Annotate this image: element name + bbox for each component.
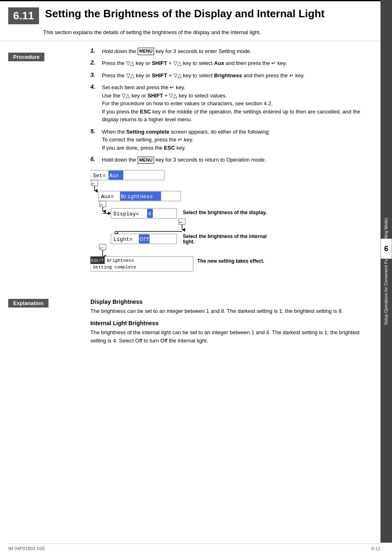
explanation-label: Explanation bbox=[8, 299, 48, 308]
svg-text:ESC/?: ESC/? bbox=[91, 259, 104, 263]
svg-text:↵: ↵ bbox=[179, 220, 182, 224]
step-content-1: Hold down the MENU key for 3 seconds to … bbox=[102, 47, 372, 56]
procedure-label-wrapper: Procedure bbox=[8, 53, 90, 61]
step-5: 5. When the Setting complete screen appe… bbox=[90, 128, 372, 152]
explanation-label-col: Explanation bbox=[0, 294, 90, 345]
svg-text:Setting complete: Setting complete bbox=[93, 265, 136, 270]
svg-text:Select the brightness of the i: Select the brightness of the internal bbox=[183, 234, 267, 239]
svg-text:Set=: Set= bbox=[93, 173, 106, 179]
explanation-label-wrapper: Explanation bbox=[8, 299, 90, 308]
svg-text:4: 4 bbox=[148, 211, 151, 217]
step-content-6: Hold down the MENU key for 3 seconds to … bbox=[102, 156, 372, 164]
svg-text:light.: light. bbox=[183, 239, 195, 245]
display-brightness-text: The brightness can be set to an integer … bbox=[90, 307, 372, 315]
step-num-1: 1. bbox=[90, 47, 99, 54]
step-content-4: Set each item and press the ↵ key. Use t… bbox=[102, 83, 372, 124]
diagram-area: Set= Aux ↵ Aux= Brightness bbox=[90, 168, 372, 283]
procedure-label-col: Procedure bbox=[0, 47, 90, 287]
step-2: 2. Press the ▽△ key or SHIFT + ▽△ key to… bbox=[90, 59, 372, 67]
svg-text:Brightness: Brightness bbox=[121, 194, 153, 200]
display-brightness-heading: Display Brightness bbox=[90, 298, 372, 305]
section-title: Setting the Brightness of the Display an… bbox=[45, 7, 325, 20]
internal-brightness-text: The brightness of the internal light can… bbox=[90, 328, 372, 345]
step-content-5: When the Setting complete screen appears… bbox=[102, 128, 372, 152]
section-number-block: 6.11 bbox=[8, 7, 39, 24]
internal-brightness-heading: Internal Light Brightness bbox=[90, 320, 372, 326]
svg-text:The new setting takes effect.: The new setting takes effect. bbox=[197, 258, 264, 264]
svg-text:↵: ↵ bbox=[92, 181, 94, 186]
step-6: 6. Hold down the MENU key for 3 seconds … bbox=[90, 156, 372, 164]
explanation-col: Display Brightness The brightness can be… bbox=[90, 294, 380, 345]
svg-text:↵: ↵ bbox=[100, 202, 102, 207]
menu-key-1: MENU bbox=[138, 48, 154, 55]
step-1: 1. Hold down the MENU key for 3 seconds … bbox=[90, 47, 372, 56]
step-num-5: 5. bbox=[90, 128, 99, 134]
steps-list: 1. Hold down the MENU key for 3 seconds … bbox=[90, 47, 372, 164]
svg-text:Select the brightness of the d: Select the brightness of the display. bbox=[183, 210, 267, 215]
svg-text:Brightness: Brightness bbox=[107, 258, 134, 263]
svg-text:Aux: Aux bbox=[109, 173, 119, 179]
menu-key-6: MENU bbox=[138, 157, 154, 164]
sidebar-number: 6 bbox=[384, 245, 388, 253]
footer: IM 04P01B01-01E 6-11 bbox=[8, 543, 380, 551]
svg-text:Display=: Display= bbox=[113, 211, 139, 217]
step-content-3: Press the ▽△ key or SHIFT + ▽△ key to se… bbox=[102, 72, 372, 80]
step-4: 4. Set each item and press the ↵ key. Us… bbox=[90, 83, 372, 124]
step-content-2: Press the ▽△ key or SHIFT + ▽△ key to se… bbox=[102, 59, 372, 67]
explanation-section: Explanation Display Brightness The brigh… bbox=[0, 294, 380, 345]
step-num-6: 6. bbox=[90, 156, 99, 162]
right-sidebar: Setup Operations for Convenient Function… bbox=[380, 0, 392, 543]
step-num-4: 4. bbox=[90, 83, 99, 90]
footer-right: 6-11 bbox=[371, 546, 380, 551]
page-container: Setup Operations for Convenient Function… bbox=[0, 0, 392, 555]
svg-text:Light=: Light= bbox=[113, 236, 133, 243]
svg-text:Aux=: Aux= bbox=[101, 194, 114, 200]
svg-text:Off: Off bbox=[140, 236, 149, 243]
main-content: 6.11 Setting the Brightness of the Displ… bbox=[0, 1, 380, 345]
svg-text:↵: ↵ bbox=[100, 245, 102, 250]
procedure-label: Procedure bbox=[8, 53, 44, 61]
step-3: 3. Press the ▽△ key or SHIFT + ▽△ key to… bbox=[90, 72, 372, 80]
sidebar-text: Setup Operations for Convenient Function… bbox=[384, 218, 389, 325]
flow-diagram: Set= Aux ↵ Aux= Brightness bbox=[90, 168, 337, 283]
step-num-2: 2. bbox=[90, 59, 99, 66]
header-section: 6.11 Setting the Brightness of the Displ… bbox=[0, 1, 380, 41]
sidebar-number-tab: 6 bbox=[380, 238, 392, 259]
section-number-title: 6.11 Setting the Brightness of the Displ… bbox=[8, 7, 372, 24]
section-intro: This section explains the details of set… bbox=[43, 28, 372, 37]
steps-col: 1. Hold down the MENU key for 3 seconds … bbox=[90, 47, 380, 287]
footer-left: IM 04P01B01-01E bbox=[8, 546, 45, 551]
procedure-section: Procedure 1. Hold down the MENU key for … bbox=[0, 47, 380, 287]
step-num-3: 3. bbox=[90, 72, 99, 78]
